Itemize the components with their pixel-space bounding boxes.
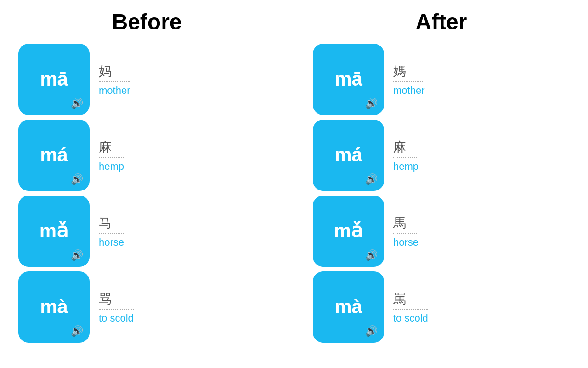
after-sound-icon-1[interactable]: 🔊 <box>365 173 378 185</box>
before-tile-3[interactable]: mà 🔊 <box>18 271 90 343</box>
after-info-1: 麻 hemp <box>393 138 418 172</box>
after-english-3: to scold <box>393 312 428 324</box>
after-sound-icon-2[interactable]: 🔊 <box>365 249 378 261</box>
before-info-0: 妈 mother <box>99 63 130 97</box>
before-entry-2: mǎ 🔊 马 horse <box>18 196 275 267</box>
after-info-0: 媽 mother <box>393 63 424 97</box>
before-info-3: 骂 to scold <box>99 290 134 324</box>
after-pinyin-1: má <box>334 144 362 166</box>
after-info-2: 馬 horse <box>393 214 418 248</box>
after-english-1: hemp <box>393 161 418 172</box>
after-chinese-3: 罵 <box>393 290 428 310</box>
before-entry-list: mā 🔊 妈 mother má 🔊 麻 hemp mǎ 🔊 马 <box>18 44 275 343</box>
after-entry-3: mà 🔊 罵 to scold <box>313 271 570 343</box>
before-info-1: 麻 hemp <box>99 138 124 172</box>
after-sound-icon-3[interactable]: 🔊 <box>365 325 378 337</box>
after-entry-0: mā 🔊 媽 mother <box>313 44 570 115</box>
after-info-3: 罵 to scold <box>393 290 428 324</box>
after-pinyin-2: mǎ <box>334 220 363 242</box>
after-entry-list: mā 🔊 媽 mother má 🔊 麻 hemp mǎ 🔊 馬 <box>313 44 570 343</box>
before-entry-1: má 🔊 麻 hemp <box>18 120 275 191</box>
after-panel: After mā 🔊 媽 mother má 🔊 麻 hemp mǎ <box>294 0 588 368</box>
before-tile-0[interactable]: mā 🔊 <box>18 44 90 115</box>
before-english-1: hemp <box>99 161 124 172</box>
before-sound-icon-0[interactable]: 🔊 <box>71 98 83 109</box>
before-sound-icon-3[interactable]: 🔊 <box>71 325 83 337</box>
before-chinese-3: 骂 <box>99 290 134 310</box>
before-chinese-1: 麻 <box>99 138 124 158</box>
after-sound-icon-0[interactable]: 🔊 <box>365 98 378 109</box>
before-chinese-2: 马 <box>99 214 124 234</box>
before-english-2: horse <box>99 236 124 248</box>
before-pinyin-2: mǎ <box>40 220 68 242</box>
before-panel: Before mā 🔊 妈 mother má 🔊 麻 hemp mǎ <box>0 0 294 368</box>
before-entry-3: mà 🔊 骂 to scold <box>18 271 275 343</box>
before-tile-1[interactable]: má 🔊 <box>18 120 90 191</box>
before-english-3: to scold <box>99 312 134 324</box>
before-info-2: 马 horse <box>99 214 124 248</box>
after-entry-1: má 🔊 麻 hemp <box>313 120 570 191</box>
after-entry-2: mǎ 🔊 馬 horse <box>313 196 570 267</box>
before-sound-icon-1[interactable]: 🔊 <box>71 173 83 185</box>
before-title: Before <box>18 9 275 34</box>
after-chinese-2: 馬 <box>393 214 418 234</box>
before-english-0: mother <box>99 85 130 97</box>
after-title: After <box>313 9 570 34</box>
before-sound-icon-2[interactable]: 🔊 <box>71 249 83 261</box>
after-chinese-0: 媽 <box>393 63 424 82</box>
after-english-0: mother <box>393 85 424 97</box>
after-english-2: horse <box>393 236 418 248</box>
before-pinyin-1: má <box>40 144 68 166</box>
before-tile-2[interactable]: mǎ 🔊 <box>18 196 90 267</box>
before-entry-0: mā 🔊 妈 mother <box>18 44 275 115</box>
after-tile-2[interactable]: mǎ 🔊 <box>313 196 384 267</box>
after-tile-3[interactable]: mà 🔊 <box>313 271 384 343</box>
before-pinyin-3: mà <box>40 296 68 317</box>
before-chinese-0: 妈 <box>99 63 130 82</box>
after-pinyin-3: mà <box>334 296 362 317</box>
after-tile-0[interactable]: mā 🔊 <box>313 44 384 115</box>
after-pinyin-0: mā <box>334 69 362 90</box>
after-chinese-1: 麻 <box>393 138 418 158</box>
after-tile-1[interactable]: má 🔊 <box>313 120 384 191</box>
before-pinyin-0: mā <box>40 69 68 90</box>
